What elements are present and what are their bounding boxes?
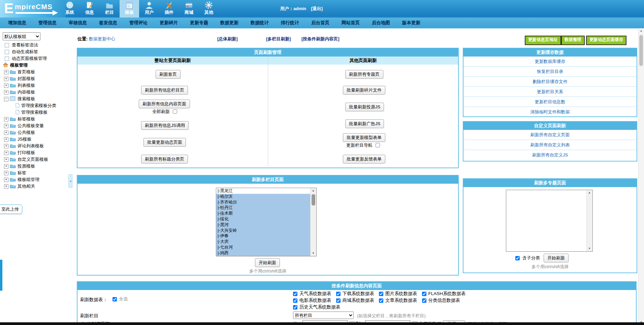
listbox-option[interactable]: |-黑龙江 xyxy=(216,188,311,194)
refresh-all-js-button[interactable]: 刷新所有信息JS调用 xyxy=(141,121,189,130)
batch-update-feedback-form-button[interactable]: 批量更新反馈表单 xyxy=(343,155,385,164)
subnav-admin-home[interactable]: 后台首页 xyxy=(311,20,329,26)
batch-update-dynamic-button[interactable]: 批量更新动态页面 xyxy=(143,138,186,147)
sidebar-folder-tag-template[interactable]: + 标签模板 xyxy=(0,116,35,122)
sidebar-folder-vote-template[interactable]: + 投票模板 xyxy=(0,163,35,170)
cache-link-clear-temp[interactable]: 清除临时文件和数据 xyxy=(463,107,637,117)
expand-plus-icon[interactable]: + xyxy=(4,157,8,162)
expand-plus-icon[interactable]: + xyxy=(4,124,8,128)
topic-multiselect-listbox[interactable]: ▲ ▼ xyxy=(506,190,593,252)
refresh-all-content-button[interactable]: 刷新所有信息内容页面 xyxy=(139,100,190,108)
logout-link[interactable]: [退出] xyxy=(311,6,323,11)
nav-tab-info[interactable]: 信息 xyxy=(80,0,99,17)
refresh-all-topics-button[interactable]: 刷新所有专题页 xyxy=(345,70,383,79)
batch-update-model-form-button[interactable]: 批量更新模型表单 xyxy=(343,133,385,142)
expand-plus-icon[interactable]: + xyxy=(4,184,8,189)
nav-tab-plugins[interactable]: 插件 xyxy=(159,0,179,17)
custom-link-js[interactable]: 刷新所有自定义JS xyxy=(463,150,637,160)
sidebar-item-auto-tag[interactable]: 自动生成标签 xyxy=(0,48,38,55)
listbox-option[interactable]: |-大庆 xyxy=(216,239,311,245)
nav-update-checkbox[interactable] xyxy=(376,143,380,147)
sidebar-folder-list-template[interactable]: + 列表模板 xyxy=(0,82,35,89)
refresh-title-category-button[interactable]: 刷新所有标题分类页 xyxy=(141,155,188,164)
subnav-admin-map[interactable]: 后台地图 xyxy=(372,20,390,26)
select-all-checkbox[interactable] xyxy=(112,297,117,301)
start-refresh-button[interactable]: 开始刷新 xyxy=(544,254,569,262)
batch-refresh-fragments-button[interactable]: 批量刷新碎片文件 xyxy=(343,86,385,95)
expand-plus-icon[interactable]: + xyxy=(4,144,8,148)
collapse-minus-icon[interactable]: − xyxy=(4,97,8,101)
expand-plus-icon[interactable]: + xyxy=(4,137,8,142)
sidebar-folder-js-template[interactable]: + JS模板 xyxy=(0,136,31,143)
refresh-all-columns-button[interactable]: 刷新所有信息栏目页 xyxy=(141,86,188,95)
expand-plus-icon[interactable]: + xyxy=(4,151,8,155)
column-select[interactable]: 所有栏目 xyxy=(293,312,354,319)
sidebar-item-tag-syntax[interactable]: 查看标签语法 xyxy=(0,42,38,48)
subnav-data-update[interactable]: 数据更新 xyxy=(220,20,238,26)
update-info-url-button[interactable]: 更新信息页地址 xyxy=(525,36,561,45)
table-checkbox[interactable] xyxy=(422,298,426,303)
sidebar-folder-home-template[interactable]: + 首页模板 xyxy=(0,69,35,75)
sidebar-folder-content-template[interactable]: + 内容模板 xyxy=(0,89,35,96)
cache-link-update-counts[interactable]: 更新栏目信息数 xyxy=(463,97,637,107)
subnav-manage-info[interactable]: 管理信息 xyxy=(38,20,57,26)
scrollbar-thumb[interactable] xyxy=(312,194,315,206)
nav-tab-shop[interactable]: 商城 xyxy=(179,0,199,17)
all-refresh-checkbox[interactable] xyxy=(173,109,177,114)
expand-plus-icon[interactable]: + xyxy=(4,131,8,135)
subnav-review-info[interactable]: 审核信息 xyxy=(69,20,87,26)
overall-refresh-link[interactable]: [总体刷新] xyxy=(217,36,238,42)
cache-link-delete-cache-files[interactable]: 删除栏目缓存文件 xyxy=(463,76,637,86)
listbox-option[interactable]: |-伊春 xyxy=(216,233,311,239)
expand-plus-icon[interactable]: + xyxy=(4,117,8,121)
include-sub-checkbox[interactable] xyxy=(515,256,520,260)
sidebar-root-template-manage[interactable]: 模板管理 xyxy=(0,62,28,69)
subnav-rank-stats[interactable]: 排行统计 xyxy=(281,20,299,26)
table-checkbox[interactable] xyxy=(293,298,297,303)
expand-plus-icon[interactable]: + xyxy=(4,178,8,182)
page-scrollbar[interactable]: ▲ ▼ xyxy=(638,28,644,325)
nav-tab-template[interactable]: 模板 xyxy=(120,0,139,17)
sidebar-folder-cover-template[interactable]: + 封面模板 xyxy=(0,75,35,82)
scroll-up-icon[interactable]: ▲ xyxy=(639,28,644,34)
nav-tab-users[interactable]: 用户 xyxy=(139,0,159,17)
subnav-sign-info[interactable]: 签发信息 xyxy=(99,20,117,26)
listbox-option[interactable]: |-黑河 xyxy=(216,222,311,228)
column-multiselect-listbox[interactable]: |-黑龙江 |-哈尔滨 |-齐齐哈尔 |-牡丹江 |-佳木斯 |-绥化 |-黑河… xyxy=(216,188,317,256)
cache-link-restore-dirs[interactable]: 恢复栏目目录 xyxy=(463,66,637,76)
scroll-down-icon[interactable]: ▼ xyxy=(311,251,316,256)
listbox-option[interactable]: |-绥化 xyxy=(216,216,311,222)
sidebar-item-search-template-category[interactable]: 管理搜索模板分类 xyxy=(0,102,56,109)
subnav-update-fragments[interactable]: 更新碎片 xyxy=(160,20,178,26)
batch-refresh-ad-js-button[interactable]: 批量刷新广告JS xyxy=(345,119,384,128)
scroll-up-icon[interactable]: ▲ xyxy=(587,190,592,195)
expand-plus-icon[interactable]: + xyxy=(4,77,8,81)
subnav-data-stats[interactable]: 数据统计 xyxy=(251,20,269,26)
expand-plus-icon[interactable]: + xyxy=(4,90,8,95)
subnav-update-topics[interactable]: 更新专题 xyxy=(190,20,208,26)
sidebar-folder-custom-page-template[interactable]: + 自定义页面模板 xyxy=(0,156,48,163)
scroll-up-icon[interactable]: ▲ xyxy=(311,188,316,193)
start-refresh-button[interactable]: 开始刷新 xyxy=(255,258,280,267)
subnav-version-update[interactable]: 版本更新 xyxy=(402,20,420,26)
table-checkbox[interactable] xyxy=(336,292,341,296)
sidebar-folder-tags[interactable]: + 标签 xyxy=(0,170,26,176)
refresh-home-button[interactable]: 刷新首页 xyxy=(156,70,181,79)
listbox-scrollbar[interactable]: ▲ ▼ xyxy=(310,188,316,256)
sidebar-folder-comment-list-template[interactable]: + 评论列表模板 xyxy=(0,143,44,149)
scroll-down-icon[interactable]: ▼ xyxy=(587,246,592,251)
listbox-option[interactable]: |-七台河 xyxy=(216,245,311,250)
table-checkbox[interactable] xyxy=(379,298,383,303)
custom-link-lists[interactable]: 刷新所有自定义列表 xyxy=(463,140,637,150)
expand-plus-icon[interactable]: + xyxy=(4,70,8,74)
sidebar-folder-public-var[interactable]: + 公共模板变量 xyxy=(0,122,44,129)
sidebar-folder-print-template[interactable]: + 打印模板 xyxy=(0,149,35,156)
subnav-site-home[interactable]: 网站首页 xyxy=(342,20,360,26)
table-checkbox[interactable] xyxy=(293,292,297,296)
template-group-select[interactable]: 默认模板组 xyxy=(3,32,40,40)
multi-column-refresh-link[interactable]: [多栏目刷新] xyxy=(266,36,291,42)
subnav-add-info[interactable]: 增加信息 xyxy=(8,20,26,26)
scrollbar-thumb[interactable] xyxy=(639,35,643,66)
nav-tab-other[interactable]: 其他 xyxy=(199,0,219,17)
sidebar-folder-public-template[interactable]: + 公共模板 xyxy=(0,129,35,136)
